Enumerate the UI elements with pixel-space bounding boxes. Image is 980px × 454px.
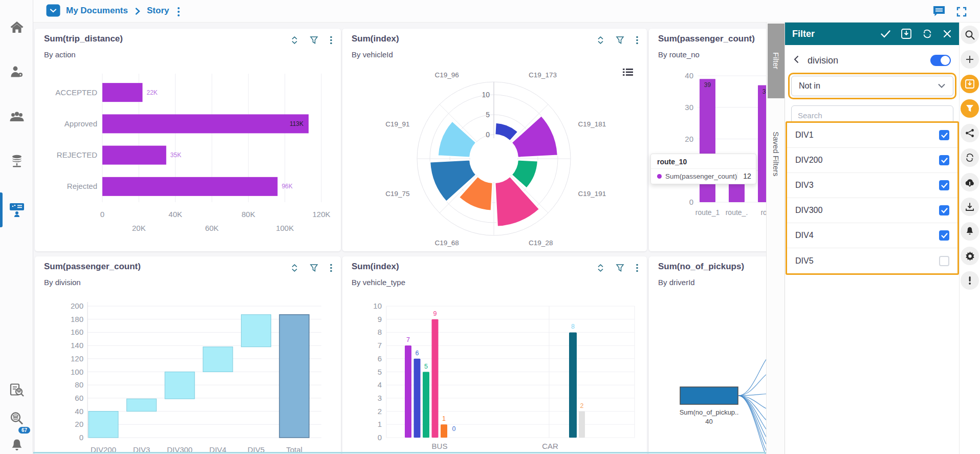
svg-text:BUS: BUS <box>432 442 448 450</box>
checkbox-checked-icon[interactable] <box>939 130 949 140</box>
apply-filter-icon[interactable] <box>880 29 891 38</box>
svg-text:60: 60 <box>75 394 83 402</box>
operator-value: Not in <box>799 81 820 91</box>
sync-icon[interactable] <box>961 148 979 167</box>
svg-text:1: 1 <box>442 415 446 422</box>
card-index-vehicletype: 012345678910765910BUS82CAR Sum(index) By… <box>342 256 647 454</box>
checkbox-checked-icon[interactable] <box>939 230 949 241</box>
filter-icon[interactable] <box>961 99 979 118</box>
passenger-route-bar-chart[interactable]: 01020304039route_112route_.37rou <box>649 29 783 251</box>
filter-icon[interactable] <box>310 264 318 272</box>
filter-enabled-toggle[interactable] <box>930 55 951 66</box>
story-menu-icon[interactable] <box>178 7 180 16</box>
legend-toggle-icon[interactable] <box>622 68 634 79</box>
svg-text:7: 7 <box>406 336 410 343</box>
checkbox-checked-icon[interactable] <box>939 155 949 165</box>
notifications-icon[interactable] <box>961 222 979 241</box>
active-indicator <box>0 192 3 227</box>
fullscreen-icon[interactable] <box>956 6 967 19</box>
filter-value-row[interactable]: DIV5 <box>787 248 957 273</box>
share-icon[interactable] <box>961 124 979 142</box>
svg-text:0: 0 <box>79 433 83 442</box>
sidebar-item-home[interactable] <box>0 13 33 41</box>
refresh-filter-icon[interactable] <box>922 28 933 39</box>
index-rose-chart[interactable]: 0510C19_173C19_181C19_191C19_28C19_68C19… <box>342 29 647 251</box>
sort-icon[interactable] <box>597 36 604 45</box>
filter-value-row[interactable]: DIV1 <box>787 123 957 148</box>
tab-filter[interactable]: Filter <box>768 24 785 98</box>
filter-value-row[interactable]: DIV3 <box>787 173 957 198</box>
menu-kebab-icon[interactable] <box>330 264 333 272</box>
svg-text:C19_68: C19_68 <box>435 239 459 247</box>
svg-text:C19_181: C19_181 <box>578 120 606 128</box>
sidebar-item-user-group[interactable] <box>0 102 33 131</box>
svg-text:C19_75: C19_75 <box>385 190 409 198</box>
svg-text:0: 0 <box>689 198 693 206</box>
save-filter-icon[interactable] <box>901 28 912 39</box>
filter-icon[interactable] <box>616 264 624 272</box>
card-title: Sum(no_of_pickups) <box>658 262 744 272</box>
card-passenger-division: 020406080100120140160180200DIV200DIV3DIV… <box>35 256 341 454</box>
svg-text:100K: 100K <box>276 224 294 232</box>
sidebar-item-database[interactable] <box>0 147 33 176</box>
svg-text:40: 40 <box>705 418 712 425</box>
filter-value-label: DIV1 <box>795 131 814 140</box>
comments-icon[interactable] <box>932 5 946 19</box>
save-icon[interactable] <box>961 75 979 93</box>
filter-icon[interactable] <box>310 36 318 45</box>
menu-kebab-icon[interactable] <box>636 36 639 45</box>
tooltip-title: route_10 <box>651 154 756 168</box>
svg-text:20: 20 <box>75 420 83 428</box>
operator-dropdown[interactable]: Not in <box>791 76 953 96</box>
svg-text:C19_96: C19_96 <box>435 71 459 79</box>
filter-value-label: DIV300 <box>795 206 822 215</box>
svg-text:5: 5 <box>424 363 428 370</box>
tab-saved-filters[interactable]: Saved Filters <box>768 123 785 185</box>
breadcrumb-root[interactable]: My Documents <box>66 6 128 16</box>
sort-icon[interactable] <box>597 264 604 272</box>
menu-kebab-icon[interactable] <box>330 36 333 45</box>
add-icon[interactable] <box>961 50 979 69</box>
card-actions <box>291 264 333 272</box>
sidebar-item-user-settings[interactable] <box>0 57 33 86</box>
filter-value-label: DIV4 <box>795 231 814 240</box>
cloud-download-icon[interactable] <box>961 173 979 191</box>
svg-text:9: 9 <box>378 315 382 323</box>
back-chevron-icon[interactable] <box>793 55 799 66</box>
svg-text:route_1: route_1 <box>695 208 720 217</box>
trip-distance-bar-chart[interactable]: 020K40K60K80K100K120KACCEPTED22KApproved… <box>35 29 341 251</box>
sidebar-item-document-search[interactable] <box>0 376 33 405</box>
card-title: Sum(trip_distance) <box>44 34 123 44</box>
filter-value-label: DIV200 <box>795 156 822 165</box>
svg-text:22K: 22K <box>146 89 157 96</box>
chart-tooltip: route_10 Sum(passenger_count) 12 <box>650 154 756 184</box>
menu-kebab-icon[interactable] <box>636 264 639 272</box>
download-icon[interactable] <box>961 198 979 216</box>
checkbox-checked-icon[interactable] <box>939 180 949 190</box>
alert-icon[interactable] <box>961 271 979 290</box>
tooltip-value: 12 <box>737 172 751 180</box>
sort-icon[interactable] <box>291 264 298 272</box>
sidebar-item-dashboard[interactable] <box>0 196 33 224</box>
svg-text:0: 0 <box>100 210 104 219</box>
close-panel-icon[interactable] <box>943 29 952 38</box>
svg-text:4: 4 <box>378 380 382 389</box>
folder-dropdown-icon[interactable] <box>46 4 60 19</box>
breadcrumb-current[interactable]: Story <box>147 6 169 16</box>
svg-text:10: 10 <box>482 91 490 99</box>
card-actions <box>291 36 333 45</box>
filter-value-row[interactable]: DIV4 <box>787 223 957 248</box>
settings-icon[interactable] <box>961 247 979 265</box>
svg-text:120K: 120K <box>312 210 330 219</box>
sort-icon[interactable] <box>291 36 298 45</box>
filter-icon[interactable] <box>616 36 624 45</box>
filter-value-row[interactable]: DIV300 <box>787 198 957 223</box>
filter-value-row[interactable]: DIV200 <box>787 148 957 173</box>
svg-text:CAR: CAR <box>542 442 558 450</box>
checkbox-checked-icon[interactable] <box>939 205 949 215</box>
checkbox-unchecked-icon[interactable] <box>939 256 949 266</box>
svg-text:2: 2 <box>580 402 584 409</box>
search-icon[interactable] <box>961 26 979 44</box>
card-subtitle: By driverId <box>658 278 695 287</box>
sidebar-item-notifications[interactable]: 67 <box>0 431 33 454</box>
